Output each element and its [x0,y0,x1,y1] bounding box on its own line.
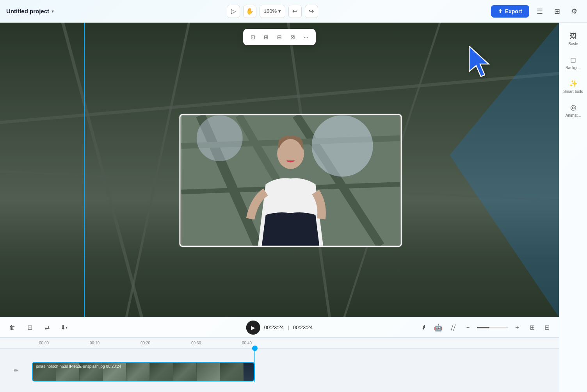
undo-button[interactable]: ↩ [288,5,302,18]
volume-slider[interactable] [477,327,508,328]
layout-icon: ⊞ [554,7,560,16]
track-label: ✏ [0,367,32,374]
settings-button[interactable]: ⚙ [567,5,581,18]
clip-thumb-3 [80,363,103,381]
project-title: Untitled project [6,8,49,14]
clip-frame[interactable] [180,114,402,247]
timeline-tracks: ✏ [0,349,559,392]
ruler-mark-2: 00:20 [141,341,191,345]
redo-button[interactable]: ↪ [305,5,318,18]
right-controls: 🎙 🤖 ⧸⧸ － ＋ ⊞ [418,322,553,333]
flip-button[interactable]: ⇄ [41,321,53,334]
pencil-icon[interactable]: ✏ [14,367,18,374]
trash-icon: 🗑 [9,324,16,331]
track-content: jonas-horsch-niZuHFtetZE-unsplash.jpg 00… [32,359,559,382]
sidebar-item-background[interactable]: ◻ Backgr... [562,52,585,73]
timeline-indicator [84,23,85,317]
ruler-mark-0: 00:00 [39,341,90,345]
trim-button[interactable]: ⊡ [23,321,36,334]
fit-view-button[interactable]: ⊞ [526,322,538,333]
trim-icon: ⊡ [27,324,32,331]
zoom-out-button[interactable]: － [462,322,474,333]
chevron-down-icon: ▾ [278,8,281,14]
timeline-area: 00:00 00:10 00:20 00:30 00:40 ✏ [0,337,559,392]
more-options-button[interactable]: ⊟ [541,322,553,333]
chevron-down-icon: ▾ [66,325,68,330]
more-icon: ⊟ [544,324,550,331]
split-button[interactable]: ⧸⧸ [447,322,459,333]
volume-fill [477,327,489,328]
clip-content-svg [181,115,401,246]
export-icon: ⬆ [498,8,503,14]
play-icon: ▶ [251,324,255,331]
ruler-marks: 00:00 00:10 00:20 00:30 00:40 [39,341,559,345]
sidebar-item-smart-tools[interactable]: ✨ Smart tools [562,76,585,97]
fit-icon: ⊞ [530,324,535,331]
ruler-mark-4: 00:40 [242,341,293,345]
clip-thumb-9 [220,363,244,381]
play-button[interactable]: ▶ [246,321,260,335]
undo-icon: ↩ [292,7,297,15]
zoom-in-button[interactable]: ＋ [511,322,523,333]
clip-thumb-2 [56,363,80,381]
pointer-tool-button[interactable]: ▷ [227,5,240,18]
clip-thumb-1 [33,363,56,381]
zoom-level: 160% [264,8,277,14]
minus-icon: － [465,323,471,331]
topbar-right: ⬆ Export ☰ ⊞ ⚙ [491,5,581,18]
plus-icon: ＋ [514,323,520,331]
clip-inner [181,115,401,246]
smart-tools-icon: ✨ [569,79,578,88]
transform-tool-button[interactable]: ⊟ [274,31,285,43]
arrange-tool-button[interactable]: ⊠ [287,31,299,43]
current-time: 00:23:24 [264,324,284,330]
export-button[interactable]: ⬆ Export [491,5,529,18]
resize-tool-button[interactable]: ⊞ [260,31,272,43]
total-time: 00:23:24 [293,324,313,330]
project-title-area: Untitled project ▾ [6,8,54,14]
clip-thumb-8 [197,363,220,381]
ruler-mark-3: 00:30 [191,341,242,345]
canvas-column: ⊡ ⊞ ⊟ ⊠ ··· [0,23,559,392]
video-preview[interactable]: ⊡ ⊞ ⊟ ⊠ ··· [0,23,559,317]
svg-point-7 [197,115,243,161]
layers-icon: ☰ [537,7,543,16]
topbar-center: ▷ ✋ 160% ▾ ↩ ↪ [54,5,491,18]
layout-button[interactable]: ⊞ [550,5,564,18]
delete-button[interactable]: 🗑 [6,321,19,334]
clip-thumbnails [33,363,254,381]
download-button[interactable]: ⬇ ▾ [58,321,70,334]
topbar: Untitled project ▾ ▷ ✋ 160% ▾ ↩ ↪ ⬆ Expo… [0,0,587,23]
settings-icon: ⚙ [571,7,577,16]
redo-icon: ↪ [309,7,314,15]
basic-icon: 🖼 [570,32,577,40]
download-icon: ⬇ [60,324,66,331]
hand-tool-button[interactable]: ✋ [243,5,256,18]
clip-thumb-6 [150,363,173,381]
bottom-bar: 🗑 ⊡ ⇄ ⬇ ▾ ▶ 00:23:24 | 00:23:24 [0,317,559,337]
main-area: ⊡ ⊞ ⊟ ⊠ ··· [0,23,587,392]
smart-tools-label: Smart tools [563,89,583,94]
svg-point-9 [278,139,303,168]
clip-thumb-7 [173,363,197,381]
video-clip[interactable]: jonas-horsch-niZuHFtetZE-unsplash.jpg 00… [32,362,254,381]
canvas-toolbar: ⊡ ⊞ ⊟ ⊠ ··· [243,29,316,45]
split-icon: ⧸⧸ [451,324,455,331]
timeline-ruler: 00:00 00:10 00:20 00:30 00:40 [0,338,559,349]
mic-icon: 🎙 [420,324,427,331]
background-icon: ◻ [570,55,576,64]
zoom-button[interactable]: 160% ▾ [260,5,285,18]
animate-icon: ◎ [570,103,576,112]
hand-icon: ✋ [246,7,254,15]
crop-tool-button[interactable]: ⊡ [247,31,259,43]
svg-point-6 [312,115,373,176]
clip-thumb-5 [126,363,150,381]
more-tools-button[interactable]: ··· [300,31,312,43]
sidebar-item-animate[interactable]: ◎ Animat... [562,100,585,121]
mic-button[interactable]: 🎙 [418,322,429,333]
right-sidebar: 🖼 Basic ◻ Backgr... ✨ Smart tools ◎ Anim… [559,23,587,392]
animate-label: Animat... [566,113,581,118]
sidebar-item-basic[interactable]: 🖼 Basic [562,29,585,49]
robot-button[interactable]: 🤖 [432,322,444,333]
layers-button[interactable]: ☰ [533,5,546,18]
